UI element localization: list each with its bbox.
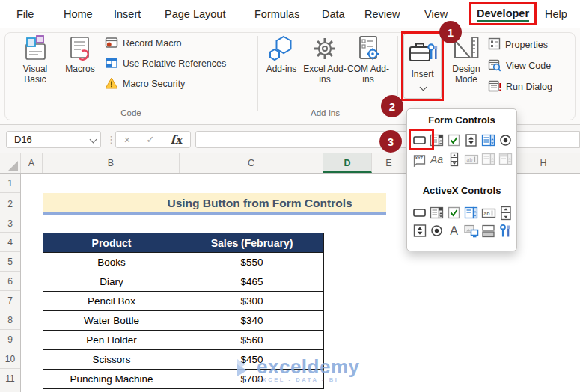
tab-file[interactable]: File xyxy=(16,0,34,28)
tab-data[interactable]: Data xyxy=(322,0,345,28)
form-check-box-icon[interactable] xyxy=(446,132,462,148)
row-header-10[interactable]: 10 xyxy=(0,349,20,369)
column-header-a[interactable]: A xyxy=(21,153,43,173)
activex-list-box-icon[interactable] xyxy=(463,205,479,221)
activex-text-box-icon[interactable]: ab xyxy=(480,205,496,221)
relative-references-icon xyxy=(105,56,118,72)
record-macro-button[interactable]: Record Macro xyxy=(105,36,182,51)
column-header-h[interactable]: H xyxy=(517,153,570,173)
insert-function-icon[interactable]: fx xyxy=(171,133,182,147)
run-dialog-label: Run Dialog xyxy=(506,82,552,92)
form-label-icon[interactable]: XYZ xyxy=(412,151,427,167)
sales-cell[interactable]: $560 xyxy=(180,331,324,350)
visual-basic-label: Visual Basic xyxy=(13,64,57,85)
step-3-badge: 3 xyxy=(379,130,402,153)
activex-label-icon[interactable]: A xyxy=(446,223,462,239)
tab-developer[interactable]: Developer xyxy=(469,2,537,25)
product-cell[interactable]: Pen Holder xyxy=(43,331,180,350)
product-cell[interactable]: Pencil Box xyxy=(43,292,180,311)
row-header-1[interactable]: 1 xyxy=(0,174,20,193)
activex-scroll-bar-icon[interactable] xyxy=(498,205,513,221)
row-header-column: 1 2 3 4 5 6 7 8 9 10 11 xyxy=(0,174,21,392)
addins-label: Add-ins xyxy=(260,64,303,75)
insert-dropdown-button[interactable]: Insert xyxy=(403,34,442,99)
visual-basic-button[interactable]: Visual Basic xyxy=(13,33,57,85)
form-text-icon[interactable]: Aa xyxy=(429,151,445,167)
macro-security-button[interactable]: Macro Security xyxy=(105,76,185,91)
row-header-9[interactable]: 9 xyxy=(0,330,20,349)
table-header-sales[interactable]: Sales (February) xyxy=(180,233,324,253)
excel-addins-button[interactable]: Excel Add-ins xyxy=(303,33,347,85)
table-row: Scissors $450 xyxy=(43,350,324,370)
column-header-partial[interactable] xyxy=(570,153,580,173)
form-scroll-bar-icon[interactable] xyxy=(446,151,462,167)
column-header-b[interactable]: B xyxy=(43,153,180,173)
activex-command-button-icon[interactable] xyxy=(412,205,427,221)
view-code-button[interactable]: View Code xyxy=(488,58,551,73)
table-row: Books $550 xyxy=(43,253,324,272)
row-header-7[interactable]: 7 xyxy=(0,291,20,310)
excel-window: File Home Insert Page Layout Formulas Da… xyxy=(0,0,580,392)
product-cell[interactable]: Water Bottle xyxy=(43,311,180,331)
activex-check-box-icon[interactable] xyxy=(446,205,462,221)
addins-hexagon-icon xyxy=(260,33,303,64)
activex-combo-box-icon[interactable] xyxy=(429,205,445,221)
activex-toggle-button-icon[interactable] xyxy=(480,223,496,239)
sales-cell[interactable]: $465 xyxy=(180,272,324,292)
formula-bar-buttons: × ✓ fx xyxy=(115,131,191,148)
column-header-c[interactable]: C xyxy=(180,153,323,173)
row-header-3[interactable]: 3 xyxy=(0,215,20,233)
design-mode-label: Design Mode xyxy=(445,64,488,85)
cancel-icon[interactable]: × xyxy=(124,134,130,146)
sales-cell[interactable]: $300 xyxy=(180,292,324,311)
activex-more-controls-icon[interactable] xyxy=(498,223,513,239)
row-header-2[interactable]: 2 xyxy=(0,193,20,215)
row-header-5[interactable]: 5 xyxy=(0,252,20,272)
addins-button[interactable]: Add-ins xyxy=(260,33,303,75)
form-list-box-icon[interactable] xyxy=(480,132,496,148)
row-header-11[interactable]: 11 xyxy=(0,369,20,388)
product-cell[interactable]: Punching Machine xyxy=(43,370,180,389)
macros-button[interactable]: Macros xyxy=(58,33,102,75)
enter-icon[interactable]: ✓ xyxy=(146,134,154,145)
worksheet-title-cell[interactable]: Using Button from Form Controls xyxy=(43,193,386,215)
select-all-corner[interactable] xyxy=(0,153,21,173)
sales-cell[interactable]: $550 xyxy=(180,253,324,272)
form-option-button-icon[interactable] xyxy=(498,132,513,148)
form-spin-button-icon[interactable] xyxy=(463,132,479,148)
sales-cell[interactable]: $700 xyxy=(180,370,324,389)
row-header-8[interactable]: 8 xyxy=(0,310,20,330)
com-addins-label: COM Add-ins xyxy=(347,64,390,85)
com-addins-button[interactable]: COM Add-ins xyxy=(347,33,390,85)
activex-option-button-icon[interactable] xyxy=(429,223,445,239)
tab-review[interactable]: Review xyxy=(364,0,400,28)
form-group-disabled-icon xyxy=(498,151,513,167)
product-cell[interactable]: Diary xyxy=(43,272,180,292)
run-dialog-button[interactable]: Run Dialog xyxy=(488,79,552,94)
sales-cell[interactable]: $340 xyxy=(180,311,324,331)
tab-help[interactable]: Help xyxy=(545,0,567,28)
run-dialog-icon xyxy=(488,79,501,95)
table-header-product[interactable]: Product xyxy=(43,233,180,253)
tab-page-layout[interactable]: Page Layout xyxy=(165,0,225,28)
activex-image-icon[interactable] xyxy=(463,223,479,239)
tab-formulas[interactable]: Formulas xyxy=(254,0,299,28)
properties-label: Properties xyxy=(505,40,548,50)
activex-controls-heading: ActiveX Controls xyxy=(407,185,516,196)
macros-icon xyxy=(58,33,102,64)
column-header-d-selected[interactable]: D xyxy=(323,153,372,173)
sales-cell[interactable]: $450 xyxy=(180,350,324,370)
name-box[interactable]: D16 xyxy=(6,131,101,148)
row-header-6[interactable]: 6 xyxy=(0,272,20,291)
use-relative-references-button[interactable]: Use Relative References xyxy=(105,56,226,71)
row-header-4[interactable]: 4 xyxy=(0,233,20,252)
activex-spin-button-icon[interactable] xyxy=(412,223,427,239)
tab-home[interactable]: Home xyxy=(64,0,93,28)
column-header-e[interactable]: E xyxy=(372,153,406,173)
name-box-chevron-icon[interactable] xyxy=(91,137,97,143)
tab-insert[interactable]: Insert xyxy=(114,0,141,28)
product-cell[interactable]: Scissors xyxy=(43,350,180,370)
form-controls-heading: Form Controls xyxy=(407,114,516,126)
product-cell[interactable]: Books xyxy=(43,253,180,272)
properties-button[interactable]: Properties xyxy=(488,37,548,52)
